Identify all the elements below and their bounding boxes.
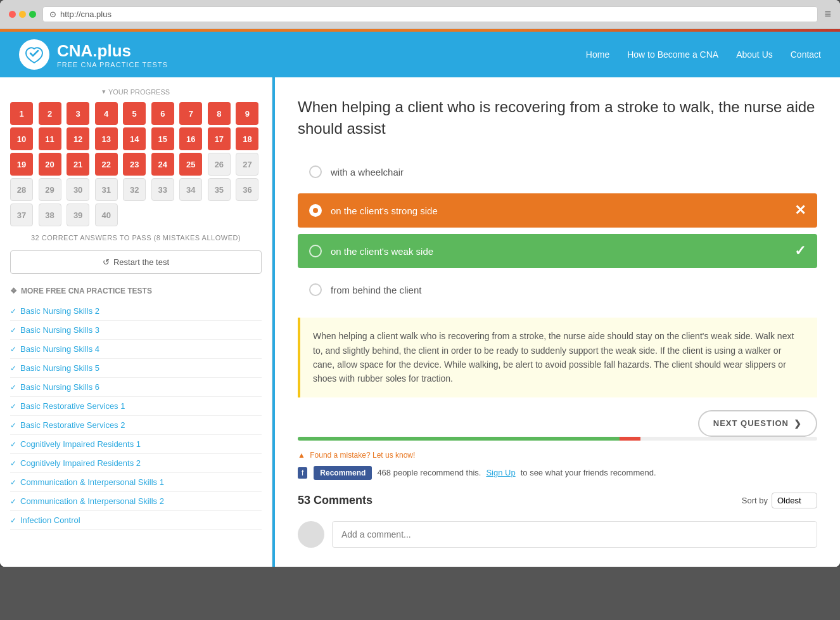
next-question-button[interactable]: NEXT QUESTION ❯ xyxy=(698,410,817,437)
check-icon: ✓ xyxy=(10,383,16,392)
grid-cell-39[interactable]: 39 xyxy=(67,203,89,226)
grid-cell-20[interactable]: 20 xyxy=(39,153,61,176)
test-link[interactable]: ✓Basic Restorative Services 1 xyxy=(10,397,262,416)
grid-cell-8[interactable]: 8 xyxy=(208,102,231,125)
grid-cell-32[interactable]: 32 xyxy=(123,178,146,201)
grid-cell-16[interactable]: 16 xyxy=(179,127,202,150)
grid-cell-37[interactable]: 37 xyxy=(10,203,33,226)
grid-cell-25[interactable]: 25 xyxy=(179,153,202,176)
comments-header: 53 Comments Sort by Oldest xyxy=(298,493,817,508)
nav-home[interactable]: Home xyxy=(586,49,609,60)
grid-cell-7[interactable]: 7 xyxy=(179,102,202,125)
grid-cell-13[interactable]: 13 xyxy=(95,127,118,150)
grid-cell-34[interactable]: 34 xyxy=(179,178,202,201)
grid-cell-18[interactable]: 18 xyxy=(236,127,258,150)
test-link[interactable]: ✓Infection Control xyxy=(10,511,262,530)
browser-window: ⊙ http://cna.plus ≡ CNA.plus FREE CNA PR… xyxy=(0,0,840,567)
grid-cell-29[interactable]: 29 xyxy=(39,178,61,201)
test-link[interactable]: ✓Basic Nursing Skills 2 xyxy=(10,302,262,321)
grid-cell-15[interactable]: 15 xyxy=(151,127,174,150)
grid-cell-23[interactable]: 23 xyxy=(123,153,146,176)
grid-cell-40[interactable]: 40 xyxy=(95,203,118,226)
grid-cell-36[interactable]: 36 xyxy=(236,178,258,201)
browser-menu-icon[interactable]: ≡ xyxy=(824,8,831,21)
grid-cell-12[interactable]: 12 xyxy=(67,127,89,150)
grid-cell-1[interactable]: 1 xyxy=(10,102,33,125)
test-link[interactable]: ✓Basic Nursing Skills 5 xyxy=(10,359,262,378)
url-text[interactable]: http://cna.plus xyxy=(60,10,111,19)
answer-option-0[interactable]: with a wheelchair xyxy=(298,157,817,187)
answer-option-2[interactable]: on the client's weak side✓ xyxy=(298,234,817,268)
logo-area: CNA.plus FREE CNA PRACTICE TESTS xyxy=(19,39,168,70)
grid-cell-22[interactable]: 22 xyxy=(95,153,118,176)
grid-cell-30[interactable]: 30 xyxy=(67,178,89,201)
test-links-list: ✓Basic Nursing Skills 2✓Basic Nursing Sk… xyxy=(10,302,262,530)
nav-about[interactable]: About Us xyxy=(736,49,773,60)
right-panel: When helping a client who is recovering … xyxy=(275,77,840,567)
explanation-text: When helping a client walk who is recove… xyxy=(313,331,794,384)
fb-signup-link[interactable]: Sign Up xyxy=(486,468,515,477)
test-link[interactable]: ✓Cognitively Impaired Residents 1 xyxy=(10,435,262,454)
check-icon: ✓ xyxy=(10,459,16,468)
mistake-text[interactable]: Found a mistake? Let us know! xyxy=(310,451,415,460)
grid-cell-35[interactable]: 35 xyxy=(208,178,231,201)
fb-recommend-button[interactable]: Recommend xyxy=(314,466,372,480)
test-link[interactable]: ✓Basic Nursing Skills 3 xyxy=(10,321,262,340)
minimize-dot[interactable] xyxy=(19,11,26,18)
grid-cell-19[interactable]: 19 xyxy=(10,153,33,176)
address-bar[interactable]: ⊙ http://cna.plus xyxy=(42,6,818,22)
option-text: on the client's weak side xyxy=(331,246,786,257)
test-link[interactable]: ✓Communication & Interpersonal Skills 1 xyxy=(10,473,262,492)
main-nav: Home How to Become a CNA About Us Contac… xyxy=(586,49,821,60)
location-icon: ⊙ xyxy=(49,10,56,19)
grid-cell-38[interactable]: 38 xyxy=(39,203,61,226)
answer-option-1[interactable]: on the client's strong side✕ xyxy=(298,193,817,228)
fb-section: f Recommend 468 people recommend this. S… xyxy=(298,466,817,480)
grid-cell-9[interactable]: 9 xyxy=(236,102,258,125)
progress-bar-track xyxy=(298,437,817,441)
grid-cell-4[interactable]: 4 xyxy=(95,102,118,125)
grid-cell-27[interactable]: 27 xyxy=(236,153,258,176)
progress-bar-green xyxy=(298,437,620,441)
grid-cell-26[interactable]: 26 xyxy=(208,153,231,176)
list-icon: ❖ xyxy=(10,287,17,295)
comment-input[interactable] xyxy=(332,521,817,548)
brand-name: CNA.plus xyxy=(57,41,168,61)
grid-cell-11[interactable]: 11 xyxy=(39,127,61,150)
grid-cell-10[interactable]: 10 xyxy=(10,127,33,150)
test-link[interactable]: ✓Basic Nursing Skills 6 xyxy=(10,378,262,397)
incorrect-icon: ✕ xyxy=(794,202,806,219)
logo-icon xyxy=(19,39,49,70)
question-text: When helping a client who is recovering … xyxy=(298,96,817,139)
sort-select[interactable]: Oldest xyxy=(772,493,817,508)
test-link[interactable]: ✓Cognitively Impaired Residents 2 xyxy=(10,454,262,473)
grid-cell-17[interactable]: 17 xyxy=(208,127,231,150)
maximize-dot[interactable] xyxy=(29,11,36,18)
grid-cell-33[interactable]: 33 xyxy=(151,178,174,201)
test-link[interactable]: ✓Basic Nursing Skills 4 xyxy=(10,340,262,359)
test-link[interactable]: ✓Communication & Interpersonal Skills 2 xyxy=(10,492,262,511)
answer-options: with a wheelchairon the client's strong … xyxy=(298,157,817,305)
test-link[interactable]: ✓Basic Restorative Services 2 xyxy=(10,416,262,435)
check-icon: ✓ xyxy=(10,307,16,316)
nav-contact[interactable]: Contact xyxy=(791,49,821,60)
grid-cell-3[interactable]: 3 xyxy=(67,102,89,125)
grid-cell-6[interactable]: 6 xyxy=(151,102,174,125)
grid-cell-31[interactable]: 31 xyxy=(95,178,118,201)
close-dot[interactable] xyxy=(9,11,16,18)
restart-button[interactable]: ↺ Restart the test xyxy=(10,250,262,274)
nav-how-to[interactable]: How to Become a CNA xyxy=(627,49,718,60)
grid-cell-5[interactable]: 5 xyxy=(123,102,146,125)
grid-cell-28[interactable]: 28 xyxy=(10,178,33,201)
mistake-link[interactable]: ▲ Found a mistake? Let us know! xyxy=(298,451,817,460)
logo-text: CNA.plus FREE CNA PRACTICE TESTS xyxy=(57,41,168,68)
grid-cell-21[interactable]: 21 xyxy=(67,153,89,176)
fb-icon: f xyxy=(298,467,307,479)
site-header: CNA.plus FREE CNA PRACTICE TESTS Home Ho… xyxy=(0,32,840,77)
answer-option-3[interactable]: from behind the client xyxy=(298,274,817,305)
grid-cell-24[interactable]: 24 xyxy=(151,153,174,176)
sort-by-label: Sort by xyxy=(742,496,768,505)
grid-cell-14[interactable]: 14 xyxy=(123,127,146,150)
radio-circle xyxy=(309,204,322,217)
grid-cell-2[interactable]: 2 xyxy=(39,102,61,125)
